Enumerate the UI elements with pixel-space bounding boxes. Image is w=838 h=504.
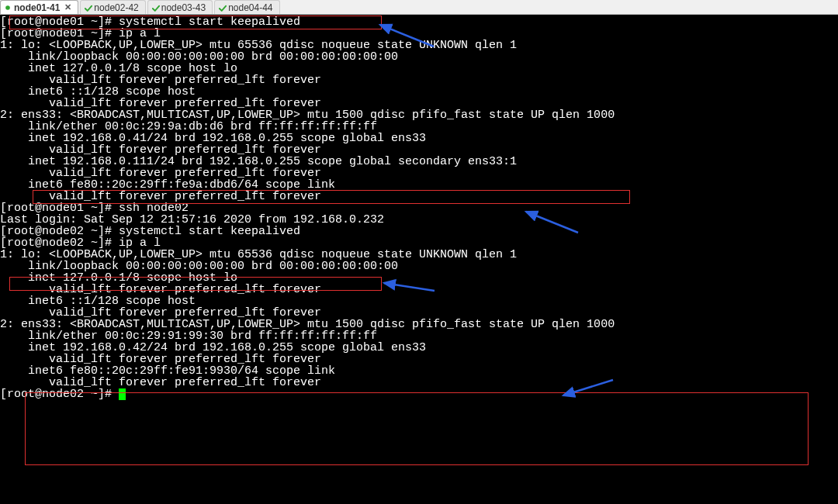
terminal-line: [root@node01 ~]# systemctl start keepali…	[0, 16, 838, 28]
tab-label: node02-42	[94, 2, 138, 13]
terminal-line: [root@node02 ~]# ip a l	[0, 237, 838, 249]
terminal[interactable]: [root@node01 ~]# systemctl start keepali…	[0, 15, 838, 504]
terminal-line: inet6 ::1/128 scope host	[0, 295, 838, 307]
terminal-line: [root@node02 ~]# systemctl start keepali…	[0, 226, 838, 237]
terminal-line: valid_lft forever preferred_lft forever	[0, 354, 838, 365]
bullet-icon	[5, 5, 11, 11]
terminal-line: 1: lo: <LOOPBACK,UP,LOWER_UP> mtu 65536 …	[0, 249, 838, 261]
terminal-line: valid_lft forever preferred_lft forever	[0, 167, 838, 179]
terminal-line: [root@node02 ~]#	[0, 388, 838, 400]
check-icon	[85, 5, 91, 11]
terminal-line: inet 192.168.0.111/24 brd 192.168.0.255 …	[0, 156, 838, 167]
terminal-line: valid_lft forever preferred_lft forever	[0, 74, 838, 86]
terminal-line: link/loopback 00:00:00:00:00:00 brd 00:0…	[0, 51, 838, 63]
terminal-line: valid_lft forever preferred_lft forever	[0, 98, 838, 109]
terminal-line: valid_lft forever preferred_lft forever	[0, 191, 838, 202]
tab-bar: node01-41✕node02-42node03-43node04-44	[0, 0, 838, 15]
terminal-line: inet6 ::1/128 scope host	[0, 86, 838, 98]
check-icon	[219, 5, 225, 11]
tab-node04-44[interactable]: node04-44	[214, 0, 279, 14]
terminal-line: valid_lft forever preferred_lft forever	[0, 144, 838, 156]
terminal-line: inet6 fe80::20c:29ff:fe91:9930/64 scope …	[0, 365, 838, 377]
svg-point-0	[5, 5, 10, 10]
tab-label: node03-43	[161, 2, 206, 13]
tab-node01-41[interactable]: node01-41✕	[0, 0, 78, 14]
terminal-line: inet6 fe80::20c:29ff:fe9a:dbd6/64 scope …	[0, 179, 838, 191]
terminal-line: Last login: Sat Sep 12 21:57:16 2020 fro…	[0, 214, 838, 226]
terminal-line: inet 192.168.0.42/24 brd 192.168.0.255 s…	[0, 342, 838, 354]
terminal-line: link/ether 00:0c:29:91:99:30 brd ff:ff:f…	[0, 330, 838, 342]
close-icon[interactable]: ✕	[64, 2, 71, 12]
tab-label: node01-41	[14, 2, 60, 13]
terminal-line: valid_lft forever preferred_lft forever	[0, 377, 838, 388]
terminal-cursor	[119, 388, 126, 400]
terminal-line: 1: lo: <LOOPBACK,UP,LOWER_UP> mtu 65536 …	[0, 40, 838, 51]
terminal-line: [root@node01 ~]# ssh node02	[0, 202, 838, 214]
terminal-line: inet 127.0.0.1/8 scope host lo	[0, 272, 838, 284]
tab-node02-42[interactable]: node02-42	[80, 0, 145, 14]
tab-label: node04-44	[228, 2, 272, 13]
terminal-line: valid_lft forever preferred_lft forever	[0, 284, 838, 295]
terminal-line: 2: ens33: <BROADCAST,MULTICAST,UP,LOWER_…	[0, 109, 838, 121]
terminal-line: 2: ens33: <BROADCAST,MULTICAST,UP,LOWER_…	[0, 319, 838, 330]
terminal-line: link/loopback 00:00:00:00:00:00 brd 00:0…	[0, 261, 838, 272]
terminal-line: inet 127.0.0.1/8 scope host lo	[0, 63, 838, 74]
terminal-line: inet 192.168.0.41/24 brd 192.168.0.255 s…	[0, 133, 838, 144]
terminal-line: link/ether 00:0c:29:9a:db:d6 brd ff:ff:f…	[0, 121, 838, 133]
check-icon	[152, 5, 158, 11]
terminal-line: [root@node01 ~]# ip a l	[0, 28, 838, 40]
tab-node03-43[interactable]: node03-43	[147, 0, 213, 14]
terminal-line: valid_lft forever preferred_lft forever	[0, 307, 838, 319]
